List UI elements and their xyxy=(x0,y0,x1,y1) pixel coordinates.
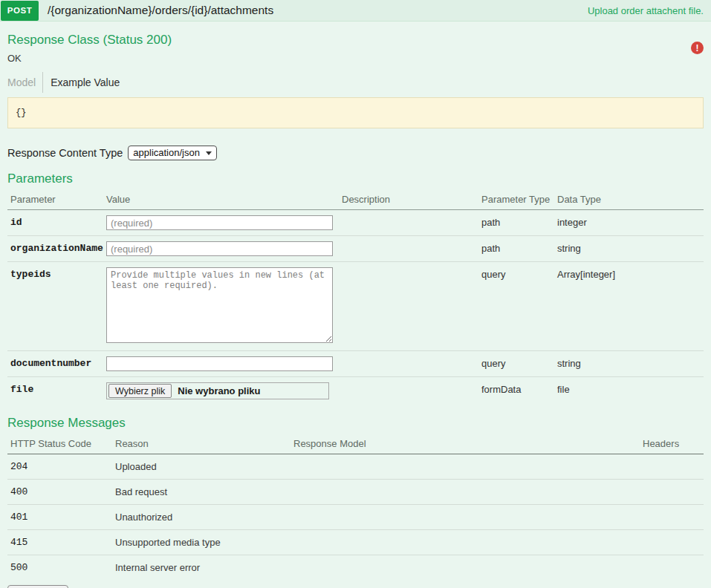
response-model-cell xyxy=(290,480,640,505)
param-id-input[interactable] xyxy=(106,215,333,230)
response-messages-table: HTTP Status Code Reason Response Model H… xyxy=(7,434,704,580)
response-model-cell xyxy=(290,530,640,555)
parameters-table: Parameter Value Description Parameter Ty… xyxy=(7,189,704,405)
operation-heading: POST /{organizationName}/orders/{id}/att… xyxy=(0,0,711,22)
param-data-type: file xyxy=(554,377,704,405)
param-description xyxy=(339,377,478,405)
headers-cell xyxy=(640,530,704,555)
response-model-cell xyxy=(290,505,640,530)
status-code: 204 xyxy=(7,454,112,480)
param-typeids-textarea[interactable] xyxy=(106,267,333,343)
response-row-400: 400 Bad request xyxy=(7,480,704,505)
response-messages-title: Response Messages xyxy=(7,416,704,431)
response-row-401: 401 Unauthorized xyxy=(7,505,704,530)
col-parameter: Parameter xyxy=(7,189,103,210)
status-code: 400 xyxy=(7,480,112,505)
response-model-cell xyxy=(290,555,640,581)
col-reason: Reason xyxy=(112,434,290,454)
response-model-cell xyxy=(290,454,640,480)
response-content-type-selectwrap: application/json xyxy=(128,146,217,160)
col-headers: Headers xyxy=(640,434,704,454)
status-code: 401 xyxy=(7,505,112,530)
param-name: id xyxy=(7,210,103,236)
tab-model[interactable]: Model xyxy=(7,76,42,88)
example-value-snippet[interactable]: {} xyxy=(7,97,704,128)
col-value: Value xyxy=(103,189,339,210)
param-data-type: string xyxy=(554,236,704,262)
headers-cell xyxy=(640,555,704,581)
col-description: Description xyxy=(339,189,478,210)
col-parameter-type: Parameter Type xyxy=(478,189,554,210)
endpoint-path-link[interactable]: /{organizationName}/orders/{id}/attachme… xyxy=(48,4,273,17)
response-messages-header-row: HTTP Status Code Reason Response Model H… xyxy=(7,434,704,454)
param-description xyxy=(339,236,478,262)
response-class-description: OK xyxy=(7,53,704,64)
param-description xyxy=(339,262,478,351)
status-reason: Bad request xyxy=(112,480,290,505)
try-it-out-button[interactable]: Try it out! xyxy=(7,585,68,588)
parameters-header-row: Parameter Value Description Parameter Ty… xyxy=(7,189,704,210)
param-type: query xyxy=(478,262,554,351)
response-row-500: 500 Internal server error xyxy=(7,555,704,581)
file-input[interactable]: Wybierz plik Nie wybrano pliku xyxy=(106,382,329,399)
response-content-type-label: Response Content Type xyxy=(7,147,123,159)
headers-cell xyxy=(640,480,704,505)
error-indicator-icon[interactable]: ! xyxy=(691,42,704,54)
response-content-type-select[interactable]: application/json xyxy=(128,146,217,160)
col-http-status-code: HTTP Status Code xyxy=(7,434,112,454)
col-data-type: Data Type xyxy=(554,189,704,210)
model-example-tabs: Model Example Value xyxy=(7,72,704,93)
param-row-typeids: typeids query Array[integer] xyxy=(7,262,704,351)
param-organizationname-input[interactable] xyxy=(106,241,333,256)
swagger-operation: POST /{organizationName}/orders/{id}/att… xyxy=(0,0,711,588)
param-documentnumber-input[interactable] xyxy=(106,356,333,371)
operation-content: ! Response Class (Status 200) OK Model E… xyxy=(0,33,711,588)
file-choose-button[interactable]: Wybierz plik xyxy=(108,384,172,398)
response-row-415: 415 Unsupported media type xyxy=(7,530,704,555)
param-row-documentnumber: documentnumber query string xyxy=(7,351,704,377)
status-reason: Unauthorized xyxy=(112,505,290,530)
param-description xyxy=(339,210,478,236)
http-method-badge[interactable]: POST xyxy=(1,1,39,21)
file-status-text: Nie wybrano pliku xyxy=(178,385,260,396)
param-name: typeids xyxy=(7,262,103,351)
status-code: 500 xyxy=(7,555,112,581)
param-name: documentnumber xyxy=(7,351,103,377)
parameters-title: Parameters xyxy=(7,172,704,186)
tab-example-value[interactable]: Example Value xyxy=(43,76,120,88)
param-data-type: integer xyxy=(554,210,704,236)
status-reason: Uploaded xyxy=(112,454,290,480)
param-type: query xyxy=(478,351,554,377)
param-row-id: id path integer xyxy=(7,210,704,236)
param-data-type: Array[integer] xyxy=(554,262,704,351)
response-content-type-row: Response Content Type application/json xyxy=(7,146,704,160)
col-response-model: Response Model xyxy=(290,434,640,454)
param-description xyxy=(339,351,478,377)
status-reason: Unsupported media type xyxy=(112,530,290,555)
param-type: path xyxy=(478,210,554,236)
headers-cell xyxy=(640,454,704,480)
headers-cell xyxy=(640,505,704,530)
param-row-file: file Wybierz plik Nie wybrano pliku form… xyxy=(7,377,704,405)
response-class-title: Response Class (Status 200) xyxy=(7,33,704,48)
operation-summary-link[interactable]: Upload order attachent file. xyxy=(588,5,704,16)
param-data-type: string xyxy=(554,351,704,377)
param-name: organizationName xyxy=(7,236,103,262)
param-type: formData xyxy=(478,377,554,405)
response-row-204: 204 Uploaded xyxy=(7,454,704,480)
param-name: file xyxy=(7,377,103,405)
status-code: 415 xyxy=(7,530,112,555)
status-reason: Internal server error xyxy=(112,555,290,581)
param-row-organizationname: organizationName path string xyxy=(7,236,704,262)
param-type: path xyxy=(478,236,554,262)
